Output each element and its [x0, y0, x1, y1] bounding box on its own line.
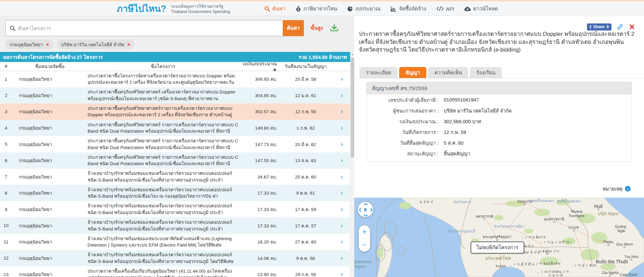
row-chevron-icon[interactable]: ›	[334, 92, 350, 99]
contract-field-label: เลขประจำตัวผู้เสียภาษี :	[367, 96, 444, 104]
detail-tab[interactable]: รายละเอียด	[360, 67, 397, 78]
project-location-map[interactable]: ရန်ကုန်จังหวัดตากขอนแก่นສະຫວັນນະເຂດສະຫວັ…	[354, 198, 644, 277]
sign-date: 9 ต.ค. 61	[277, 189, 334, 197]
detail-tab[interactable]: ความคิดเห็น	[428, 67, 468, 78]
sign-date: 9 ต.ค. 58	[277, 255, 334, 262]
nav-menu-item[interactable]: จัดซื้อจัดจ้าง	[390, 5, 426, 13]
contract-field-value: 302,568,000 บาท	[444, 118, 481, 125]
map-city-dot	[500, 268, 501, 270]
results-summary-bar: ผลการค้นหาโครงการจัดซื้อจัดจ้าง 27 โครงก…	[0, 52, 350, 62]
search-results-panel: ค้นหา ขั้นสูง กรมอุตุนิยมวิทยา × บริษัท …	[0, 16, 354, 277]
map-place-label: ระยอง	[495, 264, 505, 268]
table-row[interactable]: 6 กรมอุตุนิยมวิทยา ประกวดราคาซื้อครุภัณฑ…	[0, 152, 350, 169]
map-place-label: Quảng	[615, 224, 626, 228]
row-chevron-icon[interactable]: ›	[334, 222, 350, 229]
remove-filter-icon[interactable]: ×	[127, 42, 130, 47]
map-place-label: ក្រុងសំរោង	[522, 235, 546, 239]
contract-field-value: 5 ส.ค. 60	[444, 139, 464, 147]
detail-tab[interactable]: ร้องเรียน	[470, 67, 502, 78]
contract-row: วันที่สิ้นสุดสัญญา : 5 ส.ค. 60	[367, 137, 632, 148]
row-chevron-icon[interactable]: ›	[334, 189, 350, 197]
map-place-label: ปากเซ	[568, 225, 579, 229]
row-chevron-icon[interactable]: ›	[334, 108, 350, 115]
row-number: 2	[0, 93, 12, 98]
agency-name: กรมอุตุนิยมวิทยา	[12, 222, 88, 229]
nav-menu-item[interactable]: ค้นหา	[264, 5, 285, 13]
nav-menu-item[interactable]: ดาวน์โหลด	[464, 5, 498, 13]
nav-menu-item[interactable]: $ ภาษีมาจากไหน	[296, 5, 337, 13]
map-pan-control[interactable]: 6	[358, 202, 373, 217]
table-row[interactable]: 13 กรมอุตุนิยมวิทยา ประกวดราคาซื้อเครื่อ…	[0, 266, 350, 277]
table-row[interactable]: 7 กรมอุตุนิยมวิทยา จ้างเหมาบำรุงรักษาพร้…	[0, 169, 350, 185]
map-place-label: ขอนแก่น	[518, 199, 532, 203]
scrollbar-up-arrow[interactable]: ▲	[351, 52, 354, 56]
row-chevron-icon[interactable]: ›	[334, 255, 350, 262]
contract-field-label: วันที่เกิดรายการ :	[367, 128, 444, 136]
table-row[interactable]: 8 กรมอุตุนิยมวิทยา จ้างเหมาบำรุงรักษาพร้…	[0, 185, 350, 201]
row-number: 5	[0, 142, 12, 147]
note-link[interactable]: หมายเหตุ i	[602, 185, 631, 193]
scrollbar-thumb[interactable]	[351, 57, 354, 158]
search-input[interactable]	[18, 25, 279, 31]
search-button[interactable]: ค้นหา	[283, 20, 304, 36]
results-scrollbar[interactable]: ▲	[350, 52, 354, 277]
budget-amount: 304.95 ลบ.	[238, 92, 277, 99]
row-chevron-icon[interactable]: ›	[334, 141, 350, 148]
filter-chip-label: บริษัท มาร์วิน เทคโนโลยีส์ จำกัด	[61, 41, 124, 48]
row-chevron-icon[interactable]: ›	[334, 157, 350, 164]
table-row[interactable]: 9 กรมอุตุนิยมวิทยา จ้างเหมาบำรุงรักษาพร้…	[0, 201, 350, 218]
budget-amount: 14.06 ลบ.	[238, 255, 277, 262]
zoom-out-button[interactable]: −	[359, 239, 370, 252]
sign-date: 17 ต.ค. 59	[277, 206, 334, 213]
advanced-search-link[interactable]: ขั้นสูง	[311, 24, 323, 32]
table-row[interactable]: 5 กรมอุตุนิยมวิทยา ประกวดราคาซื้อครุภัณฑ…	[0, 136, 350, 152]
results-total-amount: รวม 1,554.69 ล้านบาท	[299, 53, 347, 61]
row-number: 7	[0, 174, 12, 179]
row-chevron-icon[interactable]: ›	[334, 206, 350, 213]
agency-name: กรมอุตุนิยมวิทยา	[12, 75, 88, 83]
map-city-dot	[631, 259, 632, 260]
table-row[interactable]: 4 กรมอุตุนิยมวิทยา ประกวดราคาซื้อครุภัณฑ…	[0, 120, 350, 136]
table-row[interactable]: 1 กรมอุตุนิยมวิทยา ประกวดราคาซื้อโครงการ…	[0, 71, 350, 87]
sign-date: 17 ต.ค. 57	[277, 222, 334, 229]
row-chevron-icon[interactable]: ›	[334, 238, 350, 246]
sign-date: 20 มี.ค. 58	[277, 75, 334, 83]
map-place-label: កម្ពុជា	[548, 273, 563, 277]
nav-menu-item[interactable]: งบประมาณ	[347, 5, 380, 13]
facebook-share-button[interactable]: f Share 0	[587, 23, 611, 30]
contract-field-label: วันที่สิ้นสุดสัญญา :	[367, 139, 444, 147]
close-detail-icon[interactable]: ×	[629, 23, 635, 31]
table-row[interactable]: 12 กรมอุตุนิยมวิทยา จ้างเหมาบำรุงรักษาพร…	[0, 250, 350, 267]
map-place-label: ក្រុងពោធិ៍សាត់	[533, 262, 561, 266]
contract-field-value: 0105551041947	[444, 97, 479, 102]
contract-field-label: สถานะสัญญา :	[367, 150, 444, 157]
detail-tab[interactable]: สัญญา	[399, 67, 426, 78]
row-chevron-icon[interactable]: ›	[334, 271, 350, 277]
site-logo[interactable]: ภาษีไปไหน?	[117, 2, 166, 15]
nav-item-label: จัดซื้อจัดจ้าง	[399, 5, 426, 13]
nav-item-label: API	[446, 6, 454, 12]
table-row[interactable]: 2 กรมอุตุนิยมวิทยา ประกวดราคาซื้อครุภัณฑ…	[0, 87, 350, 104]
table-row[interactable]: 11 กรมอุตุนิยมวิทยา จ้างเหมาบำรุงรักษาพร…	[0, 234, 350, 250]
tab-label: สัญญา	[406, 69, 420, 77]
download-results-icon[interactable]	[330, 24, 339, 32]
table-row[interactable]: 3 กรมอุตุนิยมวิทยา ประกวดราคาซื้อครุภัณฑ…	[0, 103, 350, 120]
map-place-label: ประเทศไทย	[485, 255, 511, 261]
col-sign-date[interactable]: วันที่ลงนามในสัญญา	[277, 63, 334, 70]
row-chevron-icon[interactable]: ›	[334, 75, 350, 83]
nav-item-icon	[264, 6, 270, 12]
remove-filter-icon[interactable]: ×	[46, 42, 49, 47]
contract-row: เลขประจำตัวผู้เสียภาษี : 0105551041947	[367, 94, 632, 105]
table-row[interactable]: 10 กรมอุตุนิยมวิทยา จ้างเหมาบำรุงรักษาพร…	[0, 217, 350, 234]
project-detail-panel: f Share 0 × ประกวดราคาซื้อครุภัณฑ์วิทยาศ…	[354, 16, 644, 277]
nav-item-label: งบประมาณ	[355, 5, 380, 13]
facebook-icon: f	[590, 24, 591, 30]
row-chevron-icon[interactable]: ›	[334, 173, 350, 181]
nav-menu-item[interactable]: API	[436, 6, 454, 12]
zoom-in-button[interactable]: +	[359, 225, 370, 239]
row-chevron-icon[interactable]: ›	[334, 124, 350, 132]
map-place-label: Muang	[571, 209, 582, 213]
agency-name: กรมอุตุนิยมวิทยา	[12, 271, 88, 277]
sign-date: 13 ส.ค. 63	[277, 157, 334, 164]
permalink-icon[interactable]	[617, 24, 623, 30]
